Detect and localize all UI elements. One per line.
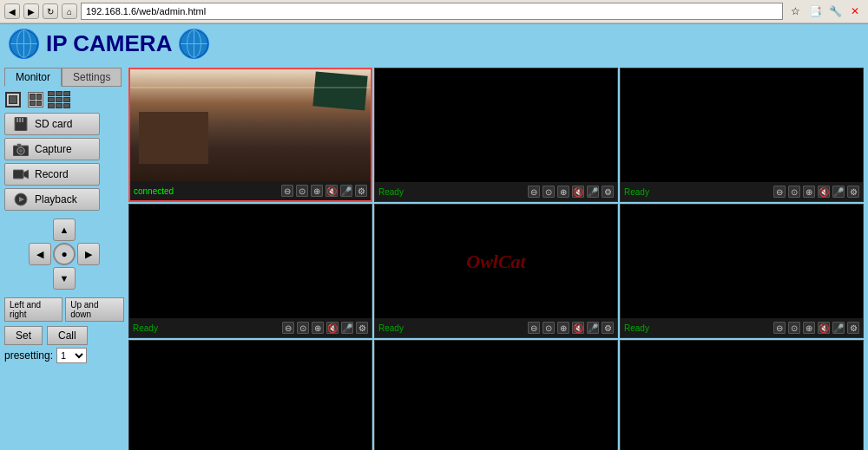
svg-rect-11: [22, 118, 23, 122]
ptz-row-down: ▼: [53, 267, 76, 290]
cam-plus-icon-5[interactable]: ⊕: [557, 322, 569, 334]
cam-plus-icon-6[interactable]: ⊕: [803, 322, 815, 334]
camera-cell-1[interactable]: connected ⊖ ⊙ ⊕ 🔇 🎤 ⚙: [128, 68, 372, 202]
cam-mute-icon-5[interactable]: 🔇: [572, 322, 584, 334]
cam-settings-icon-1[interactable]: ⚙: [355, 185, 367, 197]
camera-cell-5[interactable]: OwlCat Ready ⊖ ⊙ ⊕ 🔇 🎤 ⚙: [374, 204, 618, 338]
ptz-left-button[interactable]: ◀: [29, 243, 51, 265]
capture-button[interactable]: Capture: [4, 138, 100, 160]
cam-mic-icon-6[interactable]: 🎤: [832, 322, 845, 334]
record-icon: [12, 167, 30, 181]
browser-toolbar: ◀ ▶ ↻ ⌂ ☆ 📑 🔧 ✕: [0, 0, 868, 23]
camera-cell-2[interactable]: Ready ⊖ ⊙ ⊕ 🔇 🎤 ⚙: [374, 68, 618, 202]
cam-minus-icon-1[interactable]: ⊖: [281, 185, 293, 197]
camera-feed-2: [375, 68, 617, 182]
cam-circle-icon-5[interactable]: ⊙: [542, 322, 555, 334]
cam-mute-icon-1[interactable]: 🔇: [326, 185, 338, 197]
presetting-select[interactable]: 1 2 3: [56, 348, 87, 363]
layout-selector: [4, 91, 124, 108]
star-icon[interactable]: ☆: [786, 3, 804, 20]
nav-tabs: Monitor Settings: [4, 68, 124, 87]
cam-minus-icon-4[interactable]: ⊖: [282, 322, 294, 334]
camera-cell-4[interactable]: Ready ⊖ ⊙ ⊕ 🔇 🎤 ⚙: [128, 204, 372, 338]
cam-mic-icon-5[interactable]: 🎤: [587, 322, 599, 334]
capture-label: Capture: [35, 143, 72, 155]
cam-mute-icon-4[interactable]: 🔇: [326, 322, 339, 334]
main-container: Monitor Settings: [0, 63, 868, 450]
camera-grid: connected ⊖ ⊙ ⊕ 🔇 🎤 ⚙: [128, 68, 864, 450]
up-down-button[interactable]: Up and down: [65, 297, 124, 322]
presetting-row: presetting: 1 2 3: [4, 348, 124, 363]
playback-button[interactable]: Playback: [4, 188, 100, 211]
call-button[interactable]: Call: [47, 326, 88, 345]
tools-icon[interactable]: 🔧: [826, 3, 844, 20]
ptz-right-button[interactable]: ▶: [77, 243, 100, 265]
cam-mute-icon-6[interactable]: 🔇: [818, 322, 830, 334]
camera-status-1: connected: [134, 186, 174, 196]
bookmark-icon[interactable]: 📑: [806, 3, 824, 20]
cam-settings-icon-5[interactable]: ⚙: [602, 322, 614, 334]
layout-single-button[interactable]: [5, 92, 21, 108]
camera-ctrl-icons-3: ⊖ ⊙ ⊕ 🔇 🎤 ⚙: [773, 186, 859, 198]
cam-mic-icon-3[interactable]: 🎤: [832, 186, 845, 198]
camera-status-6: Ready: [624, 323, 649, 333]
cam-circle-icon-3[interactable]: ⊙: [788, 186, 800, 198]
cam-settings-icon-4[interactable]: ⚙: [356, 322, 368, 334]
ptz-center-button[interactable]: ●: [53, 243, 76, 265]
tab-monitor[interactable]: Monitor: [4, 68, 62, 87]
cam-minus-icon-6[interactable]: ⊖: [773, 322, 786, 334]
camera-ctrl-icons-2: ⊖ ⊙ ⊕ 🔇 🎤 ⚙: [528, 186, 614, 198]
camera-controls-3: Ready ⊖ ⊙ ⊕ 🔇 🎤 ⚙: [621, 182, 863, 201]
camera-grid-area: connected ⊖ ⊙ ⊕ 🔇 🎤 ⚙: [128, 63, 868, 450]
camera-cell-3[interactable]: Ready ⊖ ⊙ ⊕ 🔇 🎤 ⚙: [620, 68, 864, 202]
svg-rect-10: [19, 118, 21, 122]
cam-circle-icon-4[interactable]: ⊙: [297, 322, 309, 334]
ptz-down-button[interactable]: ▼: [53, 267, 76, 290]
cam-minus-icon-2[interactable]: ⊖: [528, 186, 540, 198]
cam-mute-icon-2[interactable]: 🔇: [572, 186, 584, 198]
record-button[interactable]: Record: [4, 163, 100, 186]
forward-button[interactable]: ▶: [23, 3, 39, 19]
camera-feed-6: [621, 205, 863, 318]
cam-circle-icon-6[interactable]: ⊙: [788, 322, 800, 334]
cam-plus-icon-4[interactable]: ⊕: [312, 322, 324, 334]
camera-status-4: Ready: [133, 323, 158, 333]
ptz-up-button[interactable]: ▲: [53, 218, 76, 241]
cam-circle-icon-1[interactable]: ⊙: [296, 185, 308, 197]
back-button[interactable]: ◀: [4, 3, 20, 19]
refresh-button[interactable]: ↻: [43, 3, 58, 19]
sd-card-icon: [12, 117, 30, 131]
cam-settings-icon-2[interactable]: ⚙: [602, 186, 614, 198]
cam-mic-icon-4[interactable]: 🎤: [341, 322, 353, 334]
sd-card-button[interactable]: SD card: [4, 113, 100, 135]
camera-status-3: Ready: [624, 187, 649, 197]
home-button[interactable]: ⌂: [62, 3, 77, 19]
cam-circle-icon-2[interactable]: ⊙: [542, 186, 555, 198]
camera-feed-3: [621, 68, 863, 182]
cam-mute-icon-3[interactable]: 🔇: [818, 186, 830, 198]
cam-settings-icon-3[interactable]: ⚙: [847, 186, 859, 198]
address-bar[interactable]: [81, 3, 783, 20]
camera-feed-9: [621, 341, 863, 450]
layout-grid-options: [48, 91, 70, 108]
layout-quad-button[interactable]: [28, 92, 43, 108]
cam-settings-icon-6[interactable]: ⚙: [847, 322, 859, 334]
cam-mic-icon-2[interactable]: 🎤: [587, 186, 599, 198]
sd-card-label: SD card: [35, 118, 72, 130]
camera-cell-9[interactable]: [620, 340, 864, 450]
camera-ctrl-icons-5: ⊖ ⊙ ⊕ 🔇 🎤 ⚙: [528, 322, 614, 334]
camera-cell-6[interactable]: Ready ⊖ ⊙ ⊕ 🔇 🎤 ⚙: [620, 204, 864, 338]
camera-cell-7[interactable]: [128, 340, 372, 450]
cam-mic-icon-1[interactable]: 🎤: [340, 185, 352, 197]
cam-minus-icon-3[interactable]: ⊖: [773, 186, 786, 198]
ptz-controls: ▲ ◀ ● ▶ ▼: [4, 218, 124, 290]
close-icon[interactable]: ✕: [846, 3, 864, 20]
cam-plus-icon-1[interactable]: ⊕: [311, 185, 323, 197]
cam-minus-icon-5[interactable]: ⊖: [528, 322, 540, 334]
tab-settings[interactable]: Settings: [62, 68, 122, 87]
cam-plus-icon-3[interactable]: ⊕: [803, 186, 815, 198]
camera-cell-8[interactable]: [374, 340, 618, 450]
set-button[interactable]: Set: [4, 326, 43, 345]
cam-plus-icon-2[interactable]: ⊕: [557, 186, 569, 198]
left-right-button[interactable]: Left and right: [4, 297, 62, 322]
